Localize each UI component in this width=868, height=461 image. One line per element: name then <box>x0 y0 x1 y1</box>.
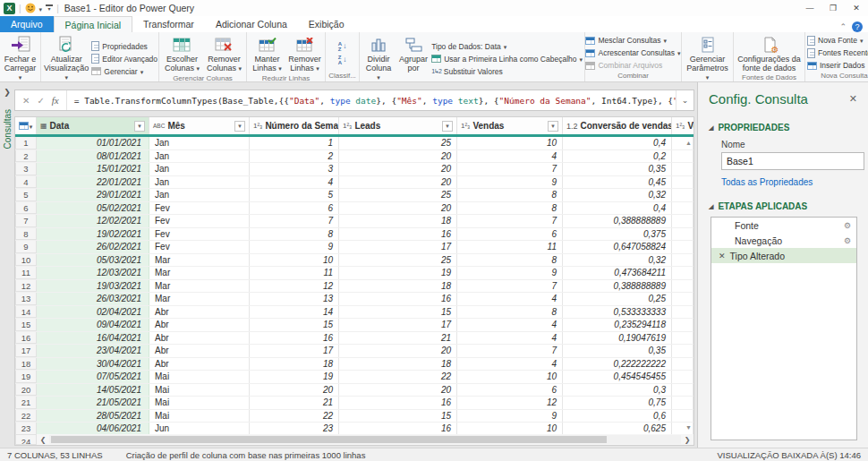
row-index[interactable]: 3 <box>15 163 37 175</box>
filter-button[interactable]: ▼ <box>548 121 558 132</box>
cell-conversao[interactable]: 0,35 <box>563 345 672 357</box>
cell-leads[interactable]: 18 <box>339 358 457 371</box>
cell-venda-clipped[interactable] <box>672 267 694 279</box>
cell-leads[interactable]: 15 <box>339 306 457 319</box>
formula-accept-icon[interactable]: ✓ <box>37 96 44 106</box>
refresh-preview-button[interactable]: Atualizar Visualização <box>42 34 90 82</box>
cell-vendas[interactable]: 7 <box>457 280 563 293</box>
help-icon[interactable]: ? <box>852 21 863 32</box>
row-index[interactable]: 17 <box>15 345 37 357</box>
cell-mes[interactable]: Mai <box>149 397 250 409</box>
step-settings-gear-icon[interactable]: ⚙ <box>844 221 851 230</box>
cell-numero-da-semana[interactable]: 1 <box>250 137 339 149</box>
formula-cancel-icon[interactable]: ✕ <box>22 96 30 106</box>
select-all-corner-button[interactable] <box>15 117 37 134</box>
enter-data-button[interactable]: Inserir Dados <box>807 60 868 72</box>
cell-venda-clipped[interactable] <box>672 306 694 319</box>
append-queries-button[interactable]: Acrescentar Consultas <box>585 47 680 59</box>
split-column-button[interactable]: Dividir Coluna <box>362 34 396 82</box>
status-profiling-info[interactable]: Criação de perfil de coluna com base nas… <box>126 450 366 460</box>
cell-vendas[interactable]: 11 <box>457 241 563 253</box>
cell-data[interactable]: 12/03/2021 <box>37 267 149 279</box>
cell-vendas[interactable]: 4 <box>457 332 563 345</box>
cell-leads[interactable]: 16 <box>339 423 457 435</box>
data-source-settings-button[interactable]: ⚙ Configurações da fonte de dados <box>736 34 803 73</box>
cell-conversao[interactable]: 0,375 <box>563 228 672 241</box>
row-index[interactable]: 4 <box>15 176 37 189</box>
row-index[interactable]: 6 <box>15 202 37 215</box>
cell-data[interactable]: 26/02/2021 <box>37 241 149 253</box>
cell-data[interactable]: 21/05/2021 <box>37 397 149 409</box>
row-index[interactable]: 2 <box>15 150 37 163</box>
query-name-input[interactable] <box>721 152 864 170</box>
cell-mes[interactable]: Fev <box>149 215 250 227</box>
cell-leads[interactable]: 20 <box>339 384 457 397</box>
cell-vendas[interactable]: 6 <box>457 384 563 397</box>
cell-mes[interactable]: Fev <box>149 202 250 215</box>
column-header-numero-da-semana[interactable]: 1²₃ Número da Semana ▼ <box>250 117 339 134</box>
cell-vendas[interactable]: 8 <box>457 306 563 319</box>
cell-venda-clipped[interactable] <box>672 410 694 423</box>
cell-numero-da-semana[interactable]: 23 <box>250 423 339 435</box>
step-tipo-alterado[interactable]: ✕ Tipo Alterado <box>711 248 856 263</box>
cell-mes[interactable]: Jan <box>149 189 250 201</box>
cell-leads[interactable]: 20 <box>339 163 457 175</box>
cell-venda-clipped[interactable] <box>672 280 694 293</box>
scroll-right-icon[interactable]: ❯ <box>681 436 694 444</box>
column-header-vendas[interactable]: 1²₃ Vendas ▼ <box>457 117 563 134</box>
cell-data[interactable]: 04/06/2021 <box>37 423 149 435</box>
cell-venda-clipped[interactable] <box>672 332 694 345</box>
cell-mes[interactable]: Abr <box>149 358 250 371</box>
cell-data[interactable]: 15/01/2021 <box>37 163 149 175</box>
cell-venda-clipped[interactable] <box>672 189 694 201</box>
cell-leads[interactable]: 25 <box>339 254 457 267</box>
smiley-dropdown-caret-icon[interactable] <box>39 3 43 13</box>
close-button[interactable]: ✕ <box>845 1 868 16</box>
row-index[interactable]: 10 <box>15 254 37 267</box>
cell-leads[interactable]: 15 <box>339 410 457 423</box>
cell-vendas[interactable]: 4 <box>457 358 563 371</box>
cell-numero-da-semana[interactable]: 22 <box>250 410 339 423</box>
cell-conversao[interactable]: 0,3 <box>563 384 672 397</box>
scrollbar-track[interactable] <box>49 435 681 444</box>
column-header-venda-clipped[interactable]: 1²₃ Venda <box>672 117 694 134</box>
cell-leads[interactable]: 25 <box>339 189 457 201</box>
use-first-row-button[interactable]: Usar a Primeira Linha como Cabeçalho <box>431 53 583 64</box>
cell-numero-da-semana[interactable]: 15 <box>250 319 339 331</box>
cell-mes[interactable]: Abr <box>149 319 250 331</box>
cell-leads[interactable]: 18 <box>339 215 457 227</box>
quick-access-customize-icon[interactable] <box>46 4 53 12</box>
cell-data[interactable]: 08/01/2021 <box>37 150 149 163</box>
data-type-button[interactable]: Tipo de Dados: Data <box>431 40 583 52</box>
cell-conversao[interactable]: 0,45 <box>563 176 672 189</box>
cell-conversao[interactable]: 0,388888889 <box>563 280 672 293</box>
cell-leads[interactable]: 16 <box>339 228 457 241</box>
cell-mes[interactable]: Jan <box>149 163 250 175</box>
cell-data[interactable]: 16/04/2021 <box>37 332 149 345</box>
cell-conversao[interactable]: 0,4 <box>563 137 672 149</box>
cell-vendas[interactable]: 9 <box>457 176 563 189</box>
cell-venda-clipped[interactable] <box>672 371 694 383</box>
row-index[interactable]: 20 <box>15 384 37 397</box>
filter-button[interactable]: ▼ <box>442 121 453 132</box>
cell-leads[interactable]: 20 <box>339 150 457 163</box>
replace-values-button[interactable]: 1↳2 Substituir Valores <box>431 65 583 77</box>
cell-leads[interactable]: 20 <box>339 176 457 189</box>
cell-leads[interactable]: 17 <box>339 319 457 331</box>
row-index[interactable]: 14 <box>15 306 37 319</box>
cell-venda-clipped[interactable] <box>672 254 694 267</box>
cell-conversao[interactable]: 0,647058824 <box>563 241 672 253</box>
cell-numero-da-semana[interactable]: 3 <box>250 163 339 175</box>
cell-leads[interactable]: 25 <box>339 137 457 149</box>
cell-numero-da-semana[interactable]: 14 <box>250 306 339 319</box>
row-index[interactable]: 1 <box>15 137 37 149</box>
keep-rows-button[interactable]: Manter Linhas <box>249 34 285 74</box>
manage-button[interactable]: Gerenciar <box>91 65 157 77</box>
panel-close-icon[interactable]: ✕ <box>849 93 857 105</box>
cell-mes[interactable]: Mai <box>149 371 250 383</box>
cell-conversao[interactable]: 0,19047619 <box>563 332 672 345</box>
cell-numero-da-semana[interactable]: 11 <box>250 267 339 279</box>
cell-numero-da-semana[interactable]: 7 <box>250 215 339 227</box>
row-index[interactable]: 7 <box>15 215 37 227</box>
cell-venda-clipped[interactable] <box>672 293 694 305</box>
